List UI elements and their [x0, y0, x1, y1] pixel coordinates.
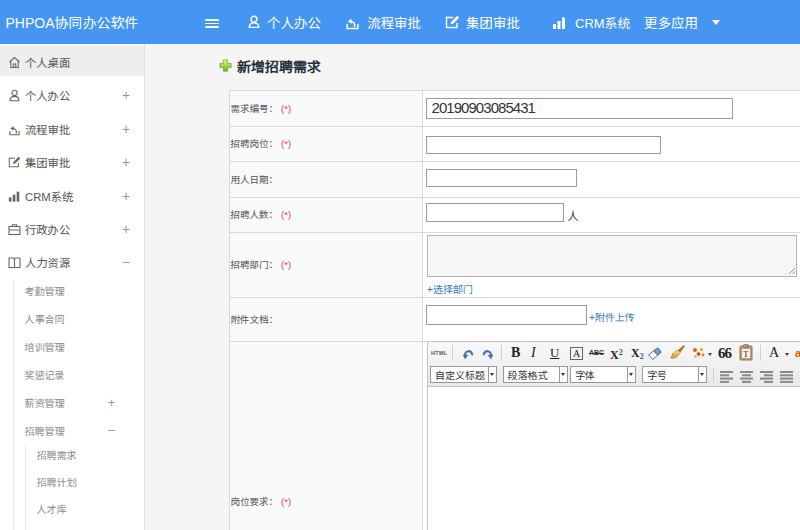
svg-text:T: T — [743, 350, 749, 359]
